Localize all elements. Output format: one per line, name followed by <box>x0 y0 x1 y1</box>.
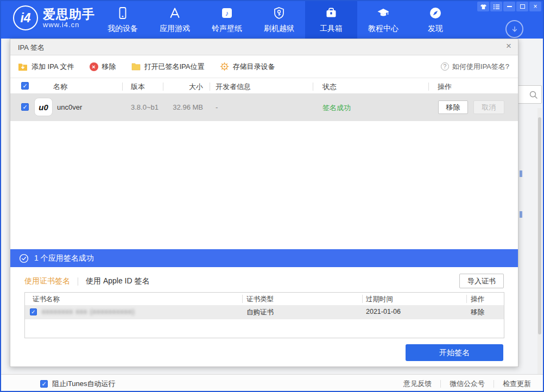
feedback-link[interactable]: 意见反馈 <box>403 379 432 389</box>
theme-skin-button[interactable] <box>477 2 489 11</box>
tab-certificate-signing[interactable]: 使用证书签名 <box>24 276 70 286</box>
shield-key-icon <box>272 5 286 21</box>
window-controls: × <box>477 2 541 11</box>
dialog-close-button[interactable]: × <box>506 41 511 52</box>
maximize-button[interactable] <box>516 2 528 11</box>
nav-item-my-devices[interactable]: 我的设备 <box>97 0 149 39</box>
nav-item-toolbox[interactable]: 工具箱 <box>305 0 357 39</box>
close-icon: × <box>533 3 537 10</box>
cert-column-expiry: 过期时间 <box>366 295 393 304</box>
add-ipa-button[interactable]: 添加 IPA 文件 <box>18 62 74 72</box>
check-update-link[interactable]: 检查更新 <box>503 379 531 389</box>
nav-item-discover[interactable]: 发现 <box>409 0 461 39</box>
unc0ver-app-icon: u0 <box>34 98 53 116</box>
note-glyph: ♪ <box>225 9 229 17</box>
phone-icon <box>116 5 130 21</box>
main-menu-button[interactable] <box>490 2 502 11</box>
toolbox-icon <box>324 5 338 21</box>
storage-directory-device-button[interactable]: 存储目录设备 <box>220 62 275 72</box>
sign-success-banner: 1 个应用签名成功 <box>10 249 518 267</box>
minimize-button[interactable] <box>503 2 515 11</box>
dialog-toolbar: 添加 IPA 文件 × 移除 打开已签名IPA位置 存储目录设备 ? 如何使用I… <box>10 55 518 78</box>
folder-icon <box>131 62 141 71</box>
cert-type: 自购证书 <box>246 308 274 317</box>
block-itunes-checkbox[interactable]: ✓ <box>40 380 48 388</box>
select-all-checkbox[interactable]: ✓ <box>21 82 29 90</box>
app-size: 32.96 MB <box>163 103 203 111</box>
remove-circle-icon: × <box>90 62 98 71</box>
column-header-operation: 操作 <box>438 82 452 92</box>
how-to-use-help-link[interactable]: ? 如何使用IPA签名? <box>441 62 509 72</box>
dialog-title: IPA 签名 <box>18 43 45 53</box>
graduation-cap-icon <box>376 5 390 21</box>
app-window: i4 爱思助手 www.i4.cn 我的设备 应用游戏 ♪ <box>0 0 544 392</box>
column-header-size: 大小 <box>163 82 203 92</box>
ipa-signing-dialog: IPA 签名 × 添加 IPA 文件 × 移除 打开已签名IPA位置 存储目录设… <box>10 39 518 367</box>
cert-column-type: 证书类型 <box>246 295 274 304</box>
app-sign-status: 签名成功 <box>322 103 351 113</box>
row-cancel-button: 取消 <box>473 100 504 114</box>
nav-item-apps-games[interactable]: 应用游戏 <box>149 0 201 39</box>
page-scrollbar-thumb[interactable] <box>538 117 541 334</box>
banner-text: 1 个应用签名成功 <box>34 254 94 263</box>
minimize-icon <box>507 6 512 7</box>
i4-logo-icon: i4 <box>13 5 38 30</box>
gear-icon <box>220 62 229 71</box>
dialog-titlebar: IPA 签名 × <box>10 39 518 55</box>
occluded-page-text <box>520 170 522 177</box>
close-window-button[interactable]: × <box>529 2 541 11</box>
nav-item-flash-jailbreak[interactable]: 刷机越狱 <box>253 0 305 39</box>
column-header-version: 版本 <box>131 82 145 92</box>
row-remove-button[interactable]: 移除 <box>438 100 468 114</box>
app-header: i4 爱思助手 www.i4.cn 我的设备 应用游戏 ♪ <box>0 0 544 39</box>
cert-name-redacted: xxxxxxxx xxx (xxxxxxxxxx) <box>42 308 135 315</box>
app-title: 爱思助手 <box>43 8 95 21</box>
menu-list-icon <box>493 4 500 10</box>
music-note-icon: ♪ <box>220 5 234 21</box>
tab-apple-id-signing[interactable]: 使用 Apple ID 签名 <box>86 276 149 286</box>
statusbar-links: 意见反馈 微信公众号 检查更新 <box>403 379 531 389</box>
column-header-name: 名称 <box>53 82 67 92</box>
cert-column-operation: 操作 <box>471 295 484 304</box>
app-table-header: ✓ 名称 版本 大小 开发者信息 状态 操作 <box>10 79 518 93</box>
app-name: unc0ver <box>57 103 82 111</box>
open-signed-ipa-location-button[interactable]: 打开已签名IPA位置 <box>131 62 205 72</box>
certificate-table: 证书名称 证书类型 过期时间 操作 ✓ xxxxxxxx xxx (xxxxxx… <box>24 292 504 338</box>
nav-item-tutorials[interactable]: 教程中心 <box>357 0 409 39</box>
certificate-checkbox[interactable]: ✓ <box>30 308 37 315</box>
block-itunes-option[interactable]: ✓ 阻止iTunes自动运行 <box>40 379 116 389</box>
app-logo: i4 爱思助手 www.i4.cn <box>13 5 95 30</box>
cert-column-name: 证书名称 <box>33 295 60 304</box>
remove-ipa-button[interactable]: × 移除 <box>90 62 116 72</box>
success-check-icon <box>19 254 29 263</box>
maximize-icon <box>520 4 525 9</box>
cert-expiry: 2021-01-06 <box>366 308 401 315</box>
app-version: 3.8.0~b1 <box>131 103 159 111</box>
column-header-status: 状态 <box>322 82 337 92</box>
compass-icon <box>428 5 442 21</box>
import-certificate-button[interactable]: 导入证书 <box>459 274 504 288</box>
search-input[interactable] <box>515 85 542 104</box>
certificate-table-header: 证书名称 证书类型 过期时间 操作 <box>25 293 504 305</box>
app-url: www.i4.cn <box>43 21 95 29</box>
signing-tabs: 使用证书签名 使用 Apple ID 签名 <box>24 276 149 286</box>
app-developer: - <box>216 103 218 111</box>
add-file-icon <box>18 62 28 71</box>
app-table-row[interactable]: ✓ u0 unc0ver 3.8.0~b1 32.96 MB - 签名成功 移除… <box>10 93 518 121</box>
help-icon: ? <box>441 62 449 71</box>
bottom-statusbar: ✓ 阻止iTunes自动运行 意见反馈 微信公众号 检查更新 <box>1 374 543 391</box>
main-nav: 我的设备 应用游戏 ♪ 铃声壁纸 刷机越狱 <box>97 0 461 39</box>
download-manager-button[interactable] <box>505 20 523 38</box>
download-arrow-icon <box>510 24 520 34</box>
search-icon <box>529 90 538 99</box>
certificate-row[interactable]: ✓ xxxxxxxx xxx (xxxxxxxxxx) 自购证书 2021-01… <box>25 305 504 319</box>
wechat-account-link[interactable]: 微信公众号 <box>450 379 485 389</box>
cert-remove-link[interactable]: 移除 <box>471 308 484 317</box>
block-itunes-label: 阻止iTunes自动运行 <box>52 379 116 389</box>
start-signing-button[interactable]: 开始签名 <box>406 344 503 361</box>
row-checkbox[interactable]: ✓ <box>21 103 29 111</box>
nav-item-ringtones-wallpapers[interactable]: ♪ 铃声壁纸 <box>201 0 253 39</box>
column-header-developer: 开发者信息 <box>216 82 251 92</box>
occluded-page-text <box>520 211 522 218</box>
shirt-icon <box>480 4 487 10</box>
